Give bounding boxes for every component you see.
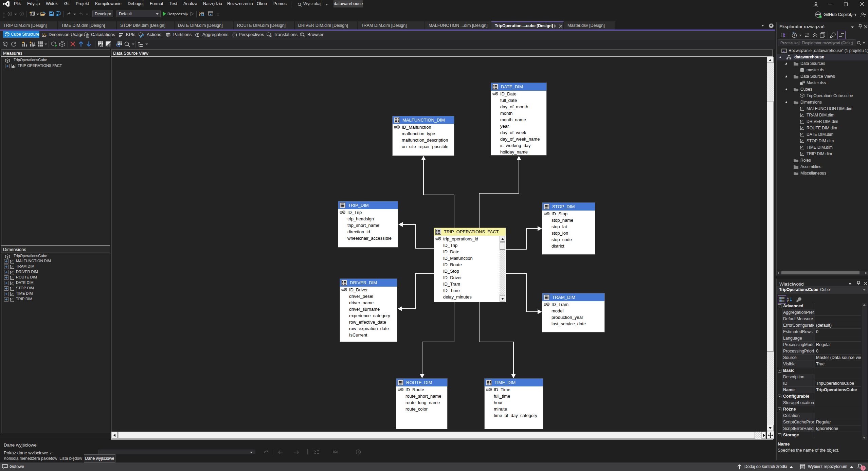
svg-text:s: s	[6, 44, 7, 47]
svg-text:Σ: Σ	[196, 33, 199, 38]
svg-text:ab: ab	[333, 450, 337, 453]
svg-text:Z: Z	[787, 300, 789, 302]
